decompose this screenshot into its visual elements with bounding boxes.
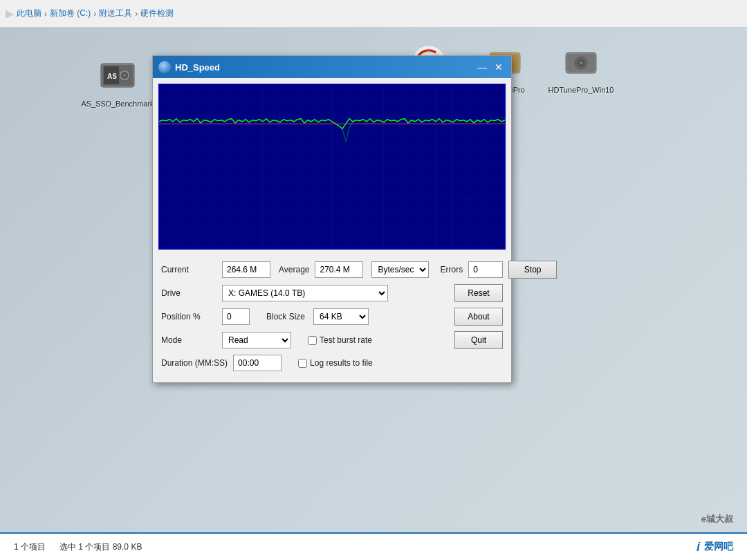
breadcrumb: 此电脑 › 新加卷 (C:) › 附送工具 › 硬件检测 <box>17 8 174 19</box>
svg-point-6 <box>124 75 126 77</box>
dialog-app-icon <box>158 61 171 73</box>
close-button[interactable]: ✕ <box>492 60 506 74</box>
current-label: Current <box>161 265 216 274</box>
unit-select[interactable]: Bytes/sec <box>371 261 429 278</box>
logo-text: 爱网吧 <box>704 541 733 553</box>
row-drive: Drive X: GAMES (14.0 TB) Reset <box>161 284 503 302</box>
hdtune-win10-icon-image <box>560 41 602 83</box>
mode-select[interactable]: Read <box>222 332 291 348</box>
logo-icon: i <box>697 540 700 554</box>
row-current-average: Current Average Bytes/sec Errors Stop <box>161 261 503 279</box>
mode-label: Mode <box>161 335 216 345</box>
hd-speed-dialog: HD_Speed — ✕ <box>152 55 512 383</box>
test-burst-label: Test burst rate <box>320 335 372 345</box>
drive-label: Drive <box>161 288 216 298</box>
status-bar: 1 个项目 选中 1 个项目 89.0 KB i 爱网吧 <box>0 532 747 560</box>
speed-chart <box>158 84 506 250</box>
dialog-title: HD_Speed <box>175 62 471 73</box>
explorer-bar: ▶ 此电脑 › 新加卷 (C:) › 附送工具 › 硬件检测 <box>0 0 747 28</box>
errors-label: Errors <box>440 265 463 274</box>
errors-value-input[interactable] <box>468 261 503 278</box>
position-input[interactable] <box>222 308 250 325</box>
as-ssd-icon-image: AS <box>97 55 138 97</box>
average-value-input[interactable] <box>315 261 363 278</box>
right-buttons-col: Stop <box>508 261 557 279</box>
items-count: 1 个项目 <box>14 541 46 553</box>
current-value-input[interactable] <box>222 261 270 278</box>
test-burst-checkbox[interactable] <box>308 336 317 345</box>
log-results-label: Log results to file <box>310 358 373 368</box>
stop-button[interactable]: Stop <box>508 261 557 279</box>
row-duration: Duration (MM:SS) Log results to file <box>161 355 503 371</box>
about-button[interactable]: About <box>454 308 503 326</box>
quit-button[interactable]: Quit <box>454 331 503 349</box>
minimize-button[interactable]: — <box>475 60 489 74</box>
position-label: Position % <box>161 312 216 321</box>
svg-rect-29 <box>159 84 505 249</box>
breadcrumb-hwtest[interactable]: 硬件检测 <box>140 8 174 19</box>
logo-area: i 爱网吧 <box>697 540 733 554</box>
svg-text:AS: AS <box>107 73 117 80</box>
duration-input[interactable] <box>233 355 282 371</box>
drive-select[interactable]: X: GAMES (14.0 TB) <box>222 285 388 301</box>
row-position: Position % Block Size 64 KB About <box>161 308 503 326</box>
selected-info: 选中 1 个项目 89.0 KB <box>59 541 142 553</box>
log-results-checkbox-label[interactable]: Log results to file <box>298 358 373 368</box>
hdtune-win10-label: HDTunePro_Win10 <box>548 86 614 94</box>
desktop: ▶ 此电脑 › 新加卷 (C:) › 附送工具 › 硬件检测 AS AS_SSD… <box>0 0 747 560</box>
blocksize-label: Block Size <box>266 312 305 321</box>
test-burst-checkbox-label[interactable]: Test burst rate <box>308 335 372 345</box>
row-mode: Mode Read Test burst rate Quit <box>161 331 503 349</box>
status-info: 1 个项目 选中 1 个项目 89.0 KB <box>14 541 142 553</box>
duration-label: Duration (MM:SS) <box>161 358 228 368</box>
watermark: e城大叔 <box>701 513 733 525</box>
dialog-titlebar: HD_Speed — ✕ <box>153 56 511 78</box>
icon-as-ssd[interactable]: AS AS_SSD_Benchmark <box>90 55 145 108</box>
breadcrumb-computer[interactable]: 此电脑 <box>17 8 42 19</box>
titlebar-buttons: — ✕ <box>475 60 506 74</box>
blocksize-select[interactable]: 64 KB <box>313 308 369 325</box>
reset-button[interactable]: Reset <box>454 284 503 302</box>
svg-point-24 <box>580 62 582 64</box>
breadcrumb-tools[interactable]: 附送工具 <box>99 8 132 19</box>
breadcrumb-drive[interactable]: 新加卷 (C:) <box>50 8 91 19</box>
icon-hdtune-win10[interactable]: HDTunePro_Win10 <box>553 41 609 94</box>
average-label: Average <box>279 265 309 274</box>
log-results-checkbox[interactable] <box>298 359 307 368</box>
controls-area: Current Average Bytes/sec Errors Stop Dr… <box>153 255 511 382</box>
as-ssd-label: AS_SSD_Benchmark <box>81 100 154 108</box>
